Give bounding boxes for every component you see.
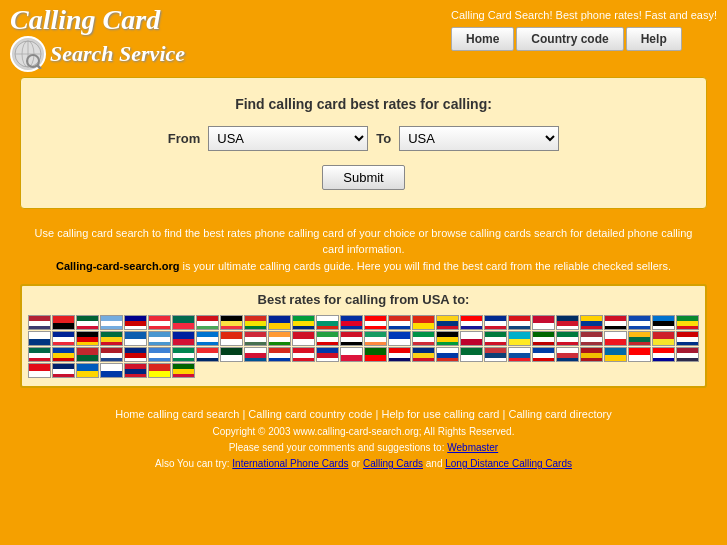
- flag-item[interactable]: [76, 331, 99, 346]
- flag-item[interactable]: [340, 315, 363, 330]
- flag-item[interactable]: [100, 331, 123, 346]
- flag-item[interactable]: [532, 315, 555, 330]
- calling-cards-link[interactable]: Calling Cards: [363, 458, 423, 469]
- flag-item[interactable]: [124, 363, 147, 378]
- flag-item[interactable]: [220, 315, 243, 330]
- intl-phone-link[interactable]: International Phone Cards: [232, 458, 348, 469]
- flag-item[interactable]: [172, 363, 195, 378]
- flag-item[interactable]: [244, 331, 267, 346]
- flag-item[interactable]: [340, 347, 363, 362]
- flag-item[interactable]: [580, 331, 603, 346]
- flag-item[interactable]: [676, 331, 699, 346]
- home-nav-button[interactable]: Home: [451, 27, 514, 51]
- flag-item[interactable]: [436, 347, 459, 362]
- flag-item[interactable]: [28, 315, 51, 330]
- flag-item[interactable]: [604, 347, 627, 362]
- footer-link-directory[interactable]: Calling card directory: [508, 408, 611, 420]
- flag-item[interactable]: [244, 347, 267, 362]
- flag-item[interactable]: [508, 331, 531, 346]
- flag-item[interactable]: [292, 347, 315, 362]
- flag-item[interactable]: [508, 315, 531, 330]
- submit-button[interactable]: Submit: [322, 165, 404, 190]
- flag-item[interactable]: [124, 331, 147, 346]
- flag-item[interactable]: [652, 331, 675, 346]
- from-country-select[interactable]: USA Canada UK Australia: [208, 126, 368, 151]
- flag-item[interactable]: [292, 331, 315, 346]
- flag-item[interactable]: [508, 347, 531, 362]
- flag-item[interactable]: [628, 331, 651, 346]
- help-nav-button[interactable]: Help: [626, 27, 682, 51]
- flag-item[interactable]: [388, 347, 411, 362]
- flag-item[interactable]: [124, 315, 147, 330]
- flag-item[interactable]: [556, 315, 579, 330]
- flag-item[interactable]: [148, 347, 171, 362]
- flag-item[interactable]: [460, 315, 483, 330]
- footer-link-home[interactable]: Home calling card search: [115, 408, 239, 420]
- flag-item[interactable]: [292, 315, 315, 330]
- country-code-nav-button[interactable]: Country code: [516, 27, 623, 51]
- flag-item[interactable]: [532, 331, 555, 346]
- flag-item[interactable]: [196, 347, 219, 362]
- flag-item[interactable]: [220, 347, 243, 362]
- flag-item[interactable]: [28, 347, 51, 362]
- flag-item[interactable]: [484, 347, 507, 362]
- flag-item[interactable]: [148, 363, 171, 378]
- flag-item[interactable]: [676, 347, 699, 362]
- flag-item[interactable]: [172, 331, 195, 346]
- flag-item[interactable]: [196, 331, 219, 346]
- flag-item[interactable]: [196, 315, 219, 330]
- flag-item[interactable]: [172, 347, 195, 362]
- long-distance-link[interactable]: Long Distance Calling Cards: [445, 458, 572, 469]
- flag-item[interactable]: [28, 363, 51, 378]
- flag-item[interactable]: [388, 315, 411, 330]
- to-country-select[interactable]: USA Canada UK Australia: [399, 126, 559, 151]
- flag-item[interactable]: [460, 331, 483, 346]
- flag-item[interactable]: [76, 315, 99, 330]
- flag-item[interactable]: [412, 347, 435, 362]
- flag-item[interactable]: [388, 331, 411, 346]
- flag-item[interactable]: [52, 363, 75, 378]
- flag-item[interactable]: [676, 315, 699, 330]
- flag-item[interactable]: [76, 363, 99, 378]
- flag-item[interactable]: [556, 347, 579, 362]
- flag-item[interactable]: [652, 347, 675, 362]
- flag-item[interactable]: [172, 315, 195, 330]
- flag-item[interactable]: [364, 315, 387, 330]
- flag-item[interactable]: [580, 315, 603, 330]
- flag-item[interactable]: [460, 347, 483, 362]
- flag-item[interactable]: [340, 331, 363, 346]
- flag-item[interactable]: [28, 331, 51, 346]
- flag-item[interactable]: [100, 315, 123, 330]
- flag-item[interactable]: [556, 331, 579, 346]
- flag-item[interactable]: [316, 331, 339, 346]
- flag-item[interactable]: [412, 315, 435, 330]
- flag-item[interactable]: [124, 347, 147, 362]
- flag-item[interactable]: [484, 331, 507, 346]
- flag-item[interactable]: [652, 315, 675, 330]
- flag-item[interactable]: [364, 331, 387, 346]
- flag-item[interactable]: [220, 331, 243, 346]
- flag-item[interactable]: [436, 331, 459, 346]
- webmaster-link[interactable]: Webmaster: [447, 442, 498, 453]
- flag-item[interactable]: [628, 347, 651, 362]
- footer-link-country[interactable]: Calling card country code: [248, 408, 372, 420]
- flag-item[interactable]: [268, 315, 291, 330]
- flag-item[interactable]: [52, 331, 75, 346]
- flag-item[interactable]: [364, 347, 387, 362]
- flag-item[interactable]: [604, 331, 627, 346]
- flag-item[interactable]: [100, 363, 123, 378]
- flag-item[interactable]: [580, 347, 603, 362]
- flag-item[interactable]: [412, 331, 435, 346]
- flag-item[interactable]: [316, 347, 339, 362]
- site-link[interactable]: Calling-card-search.org: [56, 260, 179, 272]
- flag-item[interactable]: [244, 315, 267, 330]
- flag-item[interactable]: [52, 315, 75, 330]
- flag-item[interactable]: [604, 315, 627, 330]
- flag-item[interactable]: [268, 347, 291, 362]
- flag-item[interactable]: [484, 315, 507, 330]
- flag-item[interactable]: [76, 347, 99, 362]
- flag-item[interactable]: [532, 347, 555, 362]
- flag-item[interactable]: [268, 331, 291, 346]
- footer-link-help[interactable]: Help for use calling card: [381, 408, 499, 420]
- flag-item[interactable]: [628, 315, 651, 330]
